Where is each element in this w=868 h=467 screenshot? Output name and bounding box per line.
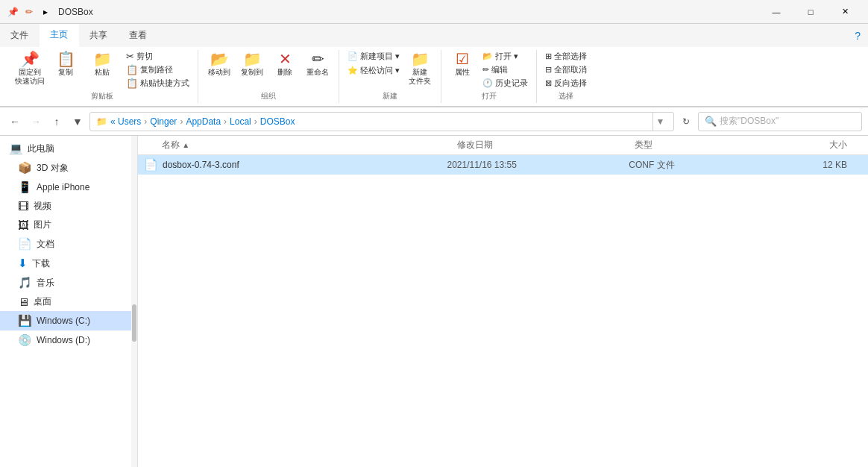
select-none-icon: ⊟ bbox=[545, 65, 552, 75]
tab-file[interactable]: 文件 bbox=[0, 25, 40, 46]
column-date[interactable]: 修改日期 bbox=[457, 139, 635, 151]
conf-file-icon: 📄 bbox=[144, 158, 158, 172]
videos-icon: 🎞 bbox=[18, 200, 29, 213]
sidebar-item-music[interactable]: 🎵 音乐 bbox=[0, 273, 137, 292]
pin-to-quick-access-button[interactable]: 📌 固定到快速访问 bbox=[12, 50, 48, 87]
invert-icon: ⊠ bbox=[545, 78, 552, 88]
file-size: 12 KB bbox=[750, 160, 862, 170]
column-name[interactable]: 名称 ▲ bbox=[144, 139, 457, 151]
copy-icon: 📋 bbox=[57, 51, 75, 66]
sidebar-scrollbar-thumb[interactable] bbox=[132, 304, 136, 342]
new-group-label: 新建 bbox=[383, 91, 397, 103]
sidebar-item-pictures[interactable]: 🖼 图片 bbox=[0, 216, 137, 234]
sidebar-item-3d-objects[interactable]: 📦 3D 对象 bbox=[0, 158, 137, 178]
sidebar-item-desktop[interactable]: 🖥 桌面 bbox=[0, 292, 137, 311]
sidebar-item-videos[interactable]: 🎞 视频 bbox=[0, 197, 137, 216]
select-none-button[interactable]: ⊟ 全部取消 bbox=[543, 63, 589, 76]
file-area: 名称 ▲ 修改日期 类型 大小 📄 dosbox-0.74-3.conf 202… bbox=[138, 136, 868, 467]
sidebar-item-downloads[interactable]: ⬇ 下载 bbox=[0, 254, 137, 273]
history-button[interactable]: 🕐 历史记录 bbox=[480, 77, 530, 90]
sidebar: 💻 此电脑 📦 3D 对象 📱 Apple iPhone 🎞 视频 🖼 图片 📄… bbox=[0, 136, 138, 467]
ribbon-content: 📌 固定到快速访问 📋 复制 📁 粘贴 ✂ 剪 bbox=[0, 47, 868, 107]
close-button[interactable]: ✕ bbox=[828, 0, 862, 24]
ribbon-tabs-row: 文件 主页 共享 查看 ? bbox=[0, 24, 868, 47]
sidebar-item-this-pc[interactable]: 💻 此电脑 bbox=[0, 139, 137, 158]
new-item-button[interactable]: 📄 新建项目 ▾ bbox=[345, 50, 402, 63]
address-dropdown-button[interactable]: ▼ bbox=[652, 112, 667, 131]
title-bar-icons: 📌 ✏ ▸ bbox=[6, 5, 52, 19]
search-bar[interactable]: 🔍 搜索"DOSBox" bbox=[698, 112, 862, 131]
sidebar-item-apple-iphone[interactable]: 📱 Apple iPhone bbox=[0, 178, 137, 197]
edit-file-icon: ✏ bbox=[482, 65, 489, 75]
easy-access-button[interactable]: ⭐ 轻松访问 ▾ bbox=[345, 64, 402, 77]
open-buttons: ☑ 属性 📂 打开 ▾ ✏ 编辑 🕐 历史记录 bbox=[447, 50, 530, 90]
file-name-cell: 📄 dosbox-0.74-3.conf bbox=[144, 158, 447, 172]
breadcrumb-qinger[interactable]: Qinger bbox=[150, 116, 177, 127]
tab-view[interactable]: 查看 bbox=[119, 25, 158, 46]
breadcrumb-local[interactable]: Local bbox=[230, 116, 251, 127]
sidebar-item-windows-c[interactable]: 💾 Windows (C:) bbox=[0, 311, 137, 330]
help-icon[interactable]: ? bbox=[847, 25, 868, 46]
nav-bar: ← → ↑ ▼ 📁 « Users › Qinger › AppData › L… bbox=[0, 107, 868, 136]
history-icon: 🕐 bbox=[482, 78, 493, 88]
column-size[interactable]: 大小 bbox=[752, 139, 862, 151]
forward-button[interactable]: → bbox=[27, 113, 45, 131]
new-buttons: 📄 新建项目 ▾ ⭐ 轻松访问 ▾ 📁 新建文件夹 bbox=[345, 50, 435, 90]
pin-icon[interactable]: 📌 bbox=[6, 5, 19, 19]
move-to-button[interactable]: 📂 移动到 bbox=[204, 50, 234, 78]
address-path: 📁 « Users › Qinger › AppData › Local › D… bbox=[96, 116, 652, 127]
edit-icon[interactable]: ✏ bbox=[22, 5, 36, 19]
breadcrumb-appdata[interactable]: AppData bbox=[186, 116, 221, 127]
up-button[interactable]: ↑ bbox=[48, 113, 66, 131]
refresh-button[interactable]: ↻ bbox=[677, 113, 695, 131]
back-button[interactable]: ← bbox=[6, 113, 24, 131]
recent-locations-button[interactable]: ▼ bbox=[69, 113, 87, 131]
rename-button[interactable]: ✏ 重命名 bbox=[303, 50, 333, 78]
file-row[interactable]: 📄 dosbox-0.74-3.conf 2021/11/16 13:55 CO… bbox=[138, 155, 868, 175]
sidebar-label-windows-c: Windows (C:) bbox=[37, 316, 90, 326]
minimize-button[interactable]: — bbox=[759, 0, 793, 24]
column-type[interactable]: 类型 bbox=[635, 139, 752, 151]
title-bar-left: 📌 ✏ ▸ DOSBox bbox=[6, 5, 93, 19]
apple-iphone-icon: 📱 bbox=[18, 181, 32, 194]
delete-button[interactable]: ✕ 删除 bbox=[270, 50, 300, 78]
select-buttons: ⊞ 全部选择 ⊟ 全部取消 ⊠ 反向选择 bbox=[543, 50, 589, 90]
breadcrumb-dosbox[interactable]: DOSBox bbox=[260, 116, 295, 127]
paste-button[interactable]: 📁 粘贴 bbox=[84, 50, 121, 78]
ribbon-group-select: ⊞ 全部选择 ⊟ 全部取消 ⊠ 反向选择 选择 bbox=[537, 50, 595, 103]
copy-to-icon: 📁 bbox=[243, 51, 262, 66]
cut-icon: ✂ bbox=[126, 51, 134, 62]
sidebar-label-apple-iphone: Apple iPhone bbox=[37, 182, 89, 192]
paste-shortcut-icon: 📋 bbox=[126, 78, 138, 89]
title-bar-controls: — □ ✕ bbox=[759, 0, 862, 24]
paste-shortcut-button[interactable]: 📋 粘贴快捷方式 bbox=[124, 77, 192, 90]
open-icon: 📂 bbox=[482, 51, 493, 61]
sidebar-label-music: 音乐 bbox=[37, 277, 54, 289]
sidebar-label-downloads: 下载 bbox=[32, 257, 50, 270]
title-bar: 📌 ✏ ▸ DOSBox — □ ✕ bbox=[0, 0, 868, 24]
breadcrumb-users[interactable]: « Users bbox=[110, 116, 141, 127]
copy-button[interactable]: 📋 复制 bbox=[51, 50, 81, 78]
sidebar-label-documents: 文档 bbox=[37, 238, 54, 251]
edit-button[interactable]: ✏ 编辑 bbox=[480, 63, 530, 76]
sidebar-item-windows-d[interactable]: 💿 Windows (D:) bbox=[0, 330, 137, 350]
copy-path-button[interactable]: 📋 复制路径 bbox=[124, 63, 192, 76]
maximize-button[interactable]: □ bbox=[793, 0, 828, 24]
windows-d-icon: 💿 bbox=[18, 333, 32, 347]
properties-button[interactable]: ☑ 属性 bbox=[447, 50, 477, 78]
downloads-icon: ⬇ bbox=[18, 257, 28, 270]
tab-home[interactable]: 主页 bbox=[40, 24, 79, 47]
open-button[interactable]: 📂 打开 ▾ bbox=[480, 50, 530, 63]
select-all-button[interactable]: ⊞ 全部选择 bbox=[543, 50, 589, 63]
tab-share[interactable]: 共享 bbox=[79, 25, 119, 46]
sidebar-item-documents[interactable]: 📄 文档 bbox=[0, 234, 137, 254]
invert-selection-button[interactable]: ⊠ 反向选择 bbox=[543, 77, 589, 90]
window-title: DOSBox bbox=[58, 7, 93, 17]
ribbon: 文件 主页 共享 查看 ? 📌 固定到快速访问 📋 复制 bbox=[0, 24, 868, 107]
select-small-btns: ⊞ 全部选择 ⊟ 全部取消 ⊠ 反向选择 bbox=[543, 50, 589, 90]
clipboard-buttons: 📌 固定到快速访问 📋 复制 📁 粘贴 ✂ 剪 bbox=[12, 50, 192, 90]
address-bar[interactable]: 📁 « Users › Qinger › AppData › Local › D… bbox=[89, 112, 674, 131]
new-folder-button[interactable]: 📁 新建文件夹 bbox=[405, 50, 435, 87]
copy-to-button[interactable]: 📁 复制到 bbox=[237, 50, 267, 78]
cut-button[interactable]: ✂ 剪切 bbox=[124, 50, 192, 63]
